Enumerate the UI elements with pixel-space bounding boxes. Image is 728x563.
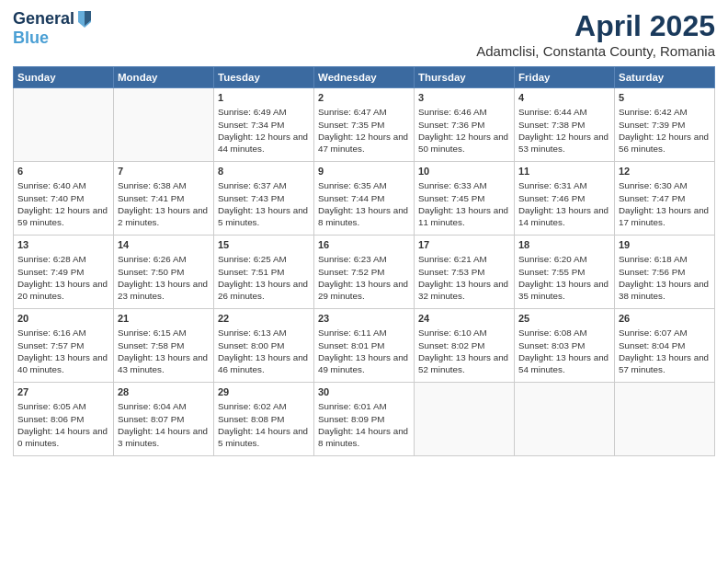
week-row-0: 1Sunrise: 6:49 AMSunset: 7:34 PMDaylight… xyxy=(14,88,715,162)
day-number: 17 xyxy=(418,238,510,252)
weekday-tuesday: Tuesday xyxy=(214,67,314,88)
day-number: 4 xyxy=(518,91,610,105)
sunrise-text: Sunrise: 6:01 AM xyxy=(318,400,410,412)
day-number: 13 xyxy=(17,238,109,252)
calendar-cell: 30Sunrise: 6:01 AMSunset: 8:09 PMDayligh… xyxy=(314,383,415,456)
sunrise-text: Sunrise: 6:49 AM xyxy=(218,106,310,118)
daylight-text: Daylight: 12 hours and 59 minutes. xyxy=(17,204,109,228)
day-number: 22 xyxy=(218,312,310,326)
sunrise-text: Sunrise: 6:20 AM xyxy=(518,253,610,265)
week-row-3: 20Sunrise: 6:16 AMSunset: 7:57 PMDayligh… xyxy=(14,309,715,383)
sunrise-text: Sunrise: 6:33 AM xyxy=(418,179,510,191)
calendar-cell: 6Sunrise: 6:40 AMSunset: 7:40 PMDaylight… xyxy=(14,162,114,236)
day-info: Sunrise: 6:40 AMSunset: 7:40 PMDaylight:… xyxy=(17,179,109,228)
calendar-cell: 28Sunrise: 6:04 AMSunset: 8:07 PMDayligh… xyxy=(114,383,214,456)
daylight-text: Daylight: 14 hours and 3 minutes. xyxy=(118,425,210,449)
sunset-text: Sunset: 7:46 PM xyxy=(518,192,610,204)
daylight-text: Daylight: 13 hours and 8 minutes. xyxy=(318,204,410,228)
sunset-text: Sunset: 8:02 PM xyxy=(418,339,510,351)
day-number: 3 xyxy=(418,91,510,105)
daylight-text: Daylight: 12 hours and 44 minutes. xyxy=(218,131,310,155)
day-number: 20 xyxy=(17,312,109,326)
sunrise-text: Sunrise: 6:28 AM xyxy=(17,253,109,265)
day-number: 9 xyxy=(318,165,410,178)
calendar-cell: 8Sunrise: 6:37 AMSunset: 7:43 PMDaylight… xyxy=(214,162,314,236)
sunrise-text: Sunrise: 6:11 AM xyxy=(318,327,410,339)
day-info: Sunrise: 6:42 AMSunset: 7:39 PMDaylight:… xyxy=(619,106,711,155)
sunrise-text: Sunrise: 6:18 AM xyxy=(619,253,711,265)
daylight-text: Daylight: 13 hours and 14 minutes. xyxy=(518,204,610,228)
sunrise-text: Sunrise: 6:31 AM xyxy=(518,179,610,191)
day-info: Sunrise: 6:30 AMSunset: 7:47 PMDaylight:… xyxy=(619,179,711,228)
calendar-cell: 19Sunrise: 6:18 AMSunset: 7:56 PMDayligh… xyxy=(615,236,715,309)
calendar-cell: 7Sunrise: 6:38 AMSunset: 7:41 PMDaylight… xyxy=(114,162,214,236)
calendar-cell: 16Sunrise: 6:23 AMSunset: 7:52 PMDayligh… xyxy=(314,236,415,309)
sunrise-text: Sunrise: 6:47 AM xyxy=(318,106,410,118)
day-info: Sunrise: 6:33 AMSunset: 7:45 PMDaylight:… xyxy=(418,179,510,228)
day-number: 27 xyxy=(17,385,109,399)
calendar-cell: 12Sunrise: 6:30 AMSunset: 7:47 PMDayligh… xyxy=(615,162,715,236)
sunset-text: Sunset: 7:56 PM xyxy=(619,266,711,278)
sunset-text: Sunset: 8:08 PM xyxy=(218,413,310,425)
day-info: Sunrise: 6:26 AMSunset: 7:50 PMDaylight:… xyxy=(118,253,210,302)
day-number: 29 xyxy=(218,385,310,399)
sunrise-text: Sunrise: 6:30 AM xyxy=(619,179,711,191)
daylight-text: Daylight: 12 hours and 50 minutes. xyxy=(418,131,510,155)
day-number: 30 xyxy=(318,385,410,399)
calendar-cell: 5Sunrise: 6:42 AMSunset: 7:39 PMDaylight… xyxy=(615,88,715,162)
logo-blue: Blue xyxy=(13,29,49,48)
sunset-text: Sunset: 7:49 PM xyxy=(17,266,109,278)
sunset-text: Sunset: 7:39 PM xyxy=(619,119,711,131)
sunrise-text: Sunrise: 6:44 AM xyxy=(518,106,610,118)
daylight-text: Daylight: 13 hours and 29 minutes. xyxy=(318,278,410,302)
day-info: Sunrise: 6:07 AMSunset: 8:04 PMDaylight:… xyxy=(619,327,711,375)
daylight-text: Daylight: 12 hours and 53 minutes. xyxy=(518,131,610,155)
weekday-thursday: Thursday xyxy=(415,67,515,88)
day-number: 19 xyxy=(619,238,711,252)
sunset-text: Sunset: 7:51 PM xyxy=(218,266,310,278)
calendar-table: SundayMondayTuesdayWednesdayThursdayFrid… xyxy=(13,66,715,456)
logo-text: General xyxy=(13,10,74,29)
week-row-4: 27Sunrise: 6:05 AMSunset: 8:06 PMDayligh… xyxy=(14,383,715,456)
week-row-2: 13Sunrise: 6:28 AMSunset: 7:49 PMDayligh… xyxy=(14,236,715,309)
sunrise-text: Sunrise: 6:21 AM xyxy=(418,253,510,265)
daylight-text: Daylight: 14 hours and 5 minutes. xyxy=(218,425,310,449)
day-info: Sunrise: 6:47 AMSunset: 7:35 PMDaylight:… xyxy=(318,106,410,155)
daylight-text: Daylight: 14 hours and 8 minutes. xyxy=(318,425,410,449)
weekday-sunday: Sunday xyxy=(14,67,114,88)
sunrise-text: Sunrise: 6:13 AM xyxy=(218,327,310,339)
sunrise-text: Sunrise: 6:16 AM xyxy=(17,327,109,339)
location-title: Adamclisi, Constanta County, Romania xyxy=(476,43,715,59)
calendar-cell: 13Sunrise: 6:28 AMSunset: 7:49 PMDayligh… xyxy=(14,236,114,309)
daylight-text: Daylight: 13 hours and 20 minutes. xyxy=(17,278,109,302)
sunrise-text: Sunrise: 6:26 AM xyxy=(118,253,210,265)
daylight-text: Daylight: 13 hours and 23 minutes. xyxy=(118,278,210,302)
sunrise-text: Sunrise: 6:08 AM xyxy=(518,327,610,339)
day-number: 5 xyxy=(619,91,711,105)
sunset-text: Sunset: 7:40 PM xyxy=(17,192,109,204)
sunrise-text: Sunrise: 6:40 AM xyxy=(17,179,109,191)
day-number: 11 xyxy=(518,165,610,178)
daylight-text: Daylight: 13 hours and 11 minutes. xyxy=(418,204,510,228)
weekday-wednesday: Wednesday xyxy=(314,67,415,88)
day-info: Sunrise: 6:01 AMSunset: 8:09 PMDaylight:… xyxy=(318,400,410,449)
calendar-cell: 23Sunrise: 6:11 AMSunset: 8:01 PMDayligh… xyxy=(314,309,415,383)
sunset-text: Sunset: 7:47 PM xyxy=(619,192,711,204)
day-info: Sunrise: 6:08 AMSunset: 8:03 PMDaylight:… xyxy=(518,327,610,375)
calendar-cell: 26Sunrise: 6:07 AMSunset: 8:04 PMDayligh… xyxy=(615,309,715,383)
calendar-cell: 27Sunrise: 6:05 AMSunset: 8:06 PMDayligh… xyxy=(14,383,114,456)
day-info: Sunrise: 6:11 AMSunset: 8:01 PMDaylight:… xyxy=(318,327,410,375)
calendar-cell: 29Sunrise: 6:02 AMSunset: 8:08 PMDayligh… xyxy=(214,383,314,456)
calendar-cell: 24Sunrise: 6:10 AMSunset: 8:02 PMDayligh… xyxy=(415,309,515,383)
day-number: 2 xyxy=(318,91,410,105)
sunrise-text: Sunrise: 6:35 AM xyxy=(318,179,410,191)
day-info: Sunrise: 6:20 AMSunset: 7:55 PMDaylight:… xyxy=(518,253,610,302)
sunset-text: Sunset: 7:36 PM xyxy=(418,119,510,131)
sunrise-text: Sunrise: 6:25 AM xyxy=(218,253,310,265)
weekday-header-row: SundayMondayTuesdayWednesdayThursdayFrid… xyxy=(14,67,715,88)
calendar-cell xyxy=(114,88,214,162)
day-number: 23 xyxy=(318,312,410,326)
day-info: Sunrise: 6:31 AMSunset: 7:46 PMDaylight:… xyxy=(518,179,610,228)
sunset-text: Sunset: 7:55 PM xyxy=(518,266,610,278)
calendar-cell: 20Sunrise: 6:16 AMSunset: 7:57 PMDayligh… xyxy=(14,309,114,383)
